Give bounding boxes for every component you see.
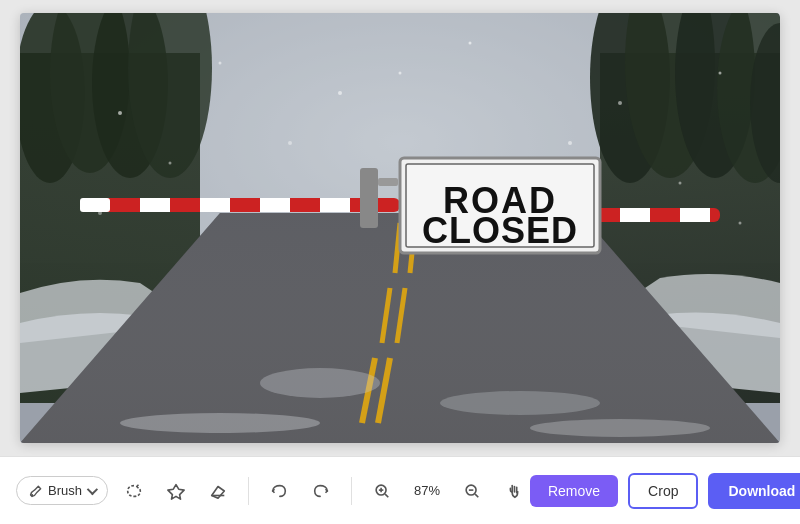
svg-point-41 [219, 62, 222, 65]
zoom-out-button[interactable] [456, 475, 488, 507]
polygon-tool-button[interactable] [160, 475, 192, 507]
svg-line-59 [385, 494, 388, 497]
redo-button[interactable] [305, 475, 337, 507]
svg-point-20 [440, 391, 600, 415]
zoom-in-icon [373, 482, 391, 500]
brush-chevron-icon [87, 483, 98, 494]
svg-rect-26 [200, 198, 230, 212]
svg-point-21 [120, 413, 320, 433]
brush-icon [29, 484, 43, 498]
toolbar-divider-2 [351, 477, 352, 505]
svg-point-42 [338, 91, 342, 95]
hand-icon [505, 482, 523, 500]
lasso-tool-button[interactable] [118, 475, 150, 507]
toolbar: Brush [0, 456, 800, 524]
svg-point-50 [739, 222, 742, 225]
svg-rect-24 [80, 198, 110, 212]
lasso-icon [125, 482, 143, 500]
svg-point-44 [618, 101, 622, 105]
svg-point-52 [288, 141, 292, 145]
hand-tool-button[interactable] [498, 475, 530, 507]
redo-icon [312, 482, 330, 500]
svg-point-40 [118, 111, 122, 115]
image-container: ROAD CLOSED [20, 13, 780, 443]
brush-label: Brush [48, 483, 82, 498]
svg-rect-28 [320, 198, 350, 212]
download-button[interactable]: Download [708, 473, 800, 509]
svg-rect-27 [260, 198, 290, 212]
svg-point-46 [169, 162, 172, 165]
zoom-percent-label: 87% [408, 483, 446, 498]
undo-icon [270, 482, 288, 500]
svg-rect-33 [680, 208, 710, 222]
svg-rect-32 [620, 208, 650, 222]
eraser-icon [209, 482, 227, 500]
svg-point-53 [31, 494, 33, 496]
svg-point-19 [260, 368, 380, 398]
toolbar-left: Brush [16, 475, 530, 507]
svg-rect-34 [360, 168, 378, 228]
svg-line-62 [475, 494, 478, 497]
svg-point-49 [98, 211, 102, 215]
undo-button[interactable] [263, 475, 295, 507]
svg-point-22 [530, 419, 710, 437]
toolbar-divider-1 [248, 477, 249, 505]
eraser-tool-button[interactable] [202, 475, 234, 507]
remove-button[interactable]: Remove [530, 475, 618, 507]
main-image: ROAD CLOSED [20, 13, 780, 443]
brush-button[interactable]: Brush [16, 476, 108, 505]
crop-button[interactable]: Crop [628, 473, 698, 509]
svg-text:CLOSED: CLOSED [422, 210, 578, 251]
zoom-in-button[interactable] [366, 475, 398, 507]
svg-rect-23 [80, 198, 400, 212]
svg-rect-35 [378, 178, 398, 186]
toolbar-right: Remove Crop Download [530, 473, 800, 509]
svg-point-47 [568, 141, 572, 145]
svg-point-51 [399, 72, 402, 75]
polygon-icon [167, 482, 185, 500]
svg-rect-25 [140, 198, 170, 212]
svg-point-48 [679, 182, 682, 185]
zoom-out-icon [463, 482, 481, 500]
svg-point-43 [469, 42, 472, 45]
canvas-area: ROAD CLOSED [0, 0, 800, 456]
svg-point-45 [719, 72, 722, 75]
svg-marker-54 [168, 484, 184, 498]
